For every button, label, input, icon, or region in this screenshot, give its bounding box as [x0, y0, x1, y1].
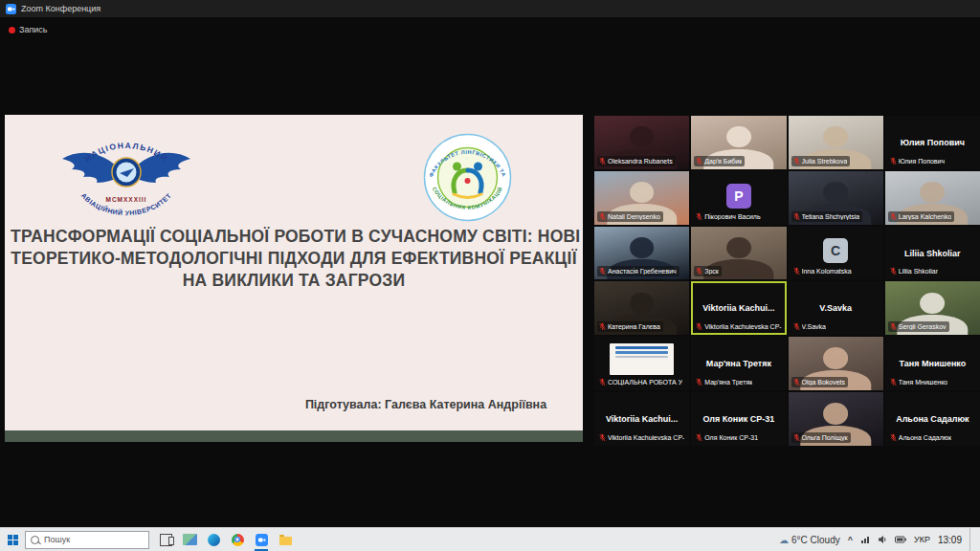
- participant-tile-18[interactable]: Мар'яна ТретякМар'яна Третяк: [691, 337, 786, 390]
- muted-mic-icon: [599, 157, 606, 165]
- shared-content-preview: [610, 343, 674, 375]
- participant-name-label: V.Savka: [802, 323, 826, 330]
- window-title: Zoom Конференция: [21, 4, 100, 13]
- muted-mic-icon: [599, 267, 606, 276]
- participant-name-label: Natali Denysenko: [608, 213, 660, 220]
- person-head-silhouette: [823, 347, 848, 368]
- slide-title-line-2: ТЕОРЕТИКО-МЕТОДОЛОГІЧНІ ПІДХОДИ ДЛЯ ЕФЕК…: [11, 248, 577, 270]
- participant-nameplate: Альона Садалюк: [888, 432, 954, 443]
- screen: Zoom Конференция Запись НАЦІОНАЛЬНИЙ АВІ…: [0, 0, 980, 551]
- participant-tile-10[interactable]: Зрск: [691, 227, 786, 280]
- participant-tile-14[interactable]: Viktoriia Kachui...Viktoriia Kachuievska…: [691, 281, 786, 335]
- participant-tile-2[interactable]: Дар'я Бибик: [691, 116, 786, 169]
- participant-tile-20[interactable]: Таня МнишенкоТаня Мнишенко: [885, 337, 980, 390]
- person-head-silhouette: [823, 403, 848, 424]
- muted-mic-icon: [890, 378, 897, 386]
- person-head-silhouette: [823, 126, 848, 147]
- person-head-silhouette: [630, 182, 655, 203]
- participant-tile-13[interactable]: Катерина Галєва: [594, 281, 689, 335]
- search-placeholder: Пошук: [44, 535, 70, 544]
- muted-mic-icon: [890, 433, 897, 442]
- chrome-button[interactable]: [230, 528, 245, 551]
- weather-widget[interactable]: ☁ 6°C Cloudy: [779, 535, 840, 545]
- participant-tile-24[interactable]: Альона СадалюкАльона Садалюк: [885, 392, 980, 446]
- zoom-taskbar-button[interactable]: [254, 528, 269, 551]
- participant-tile-9[interactable]: Анастасія Гребеневич: [594, 227, 689, 280]
- participant-tile-3[interactable]: Julia Strebkova: [789, 116, 883, 169]
- slide-footer-bar: [5, 430, 583, 442]
- participant-nameplate: Viktoriia Kachuievska СР-: [597, 432, 687, 443]
- muted-mic-icon: [793, 267, 800, 276]
- participant-tile-8[interactable]: Larysa Kalchenko: [885, 171, 980, 225]
- folder-icon: [279, 537, 292, 545]
- participant-name-label: Дар'я Бибик: [704, 158, 742, 165]
- participant-name-label: Julia Strebkova: [802, 158, 848, 165]
- muted-mic-icon: [599, 322, 606, 331]
- person-head-silhouette: [920, 182, 945, 203]
- participant-name-label: Inna Kolomatska: [802, 268, 852, 275]
- person-head-silhouette: [630, 237, 655, 258]
- participant-name-label: Таня Мнишенко: [899, 379, 947, 386]
- participant-nameplate: V.Savka: [791, 321, 829, 332]
- participant-name-label: СОЦІАЛЬНА РОБОТА У: [608, 379, 682, 386]
- participant-tile-11[interactable]: CInna Kolomatska: [789, 227, 883, 280]
- recording-indicator[interactable]: Запись: [9, 25, 48, 34]
- taskbar: Пошук ☁ 6°C Cloudy ^: [0, 527, 980, 551]
- participant-name-label: Зрск: [704, 268, 719, 275]
- participant-name-label: Катерина Галєва: [608, 323, 660, 330]
- show-desktop-button[interactable]: [969, 528, 974, 551]
- participant-nameplate: СОЦІАЛЬНА РОБОТА У: [597, 377, 685, 387]
- participant-nameplate: Liliia Shkoliar: [888, 266, 941, 276]
- participant-tile-21[interactable]: Viktoriia Kachui...Viktoriia Kachuievska…: [594, 392, 689, 446]
- language-switcher[interactable]: УКР: [914, 535, 930, 544]
- faculty-logo: ФАКУЛЬТЕТ ЛІНГВІСТИКИ ТА СОЦІАЛЬНИХ КОМУ…: [422, 132, 513, 223]
- participant-nameplate: Оля Коник СР-31: [694, 432, 761, 443]
- participant-name-label: Анастасія Гребеневич: [608, 268, 677, 275]
- participant-tile-1[interactable]: Oleksandra Rubanets: [594, 116, 689, 169]
- participant-tile-22[interactable]: Оля Коник СР-31Оля Коник СР-31: [691, 392, 786, 446]
- person-head-silhouette: [726, 237, 751, 258]
- speaker-icon[interactable]: [878, 535, 887, 544]
- prepared-by-text: Підготувала: Галєва Катерина Андріївна: [282, 398, 569, 411]
- muted-mic-icon: [696, 322, 702, 331]
- person-head-silhouette: [920, 293, 945, 314]
- participant-tile-7[interactable]: Tetiana Shchyrytsia: [789, 171, 883, 225]
- windows-logo-icon: [8, 535, 18, 545]
- taskbar-clock[interactable]: 13:09: [938, 535, 962, 545]
- participant-tile-12[interactable]: Liliia ShkoliarLiliia Shkoliar: [885, 227, 980, 280]
- participant-name-label: Sergii Geraskov: [899, 323, 947, 330]
- participant-name-label: Larysa Kalchenko: [899, 213, 952, 220]
- participant-avatar: P: [726, 184, 751, 209]
- participant-name-label: Ольга Поліщук: [802, 434, 848, 441]
- participant-tile-5[interactable]: Natali Denysenko: [594, 171, 689, 225]
- zoom-icon: [256, 534, 268, 546]
- taskbar-search[interactable]: Пошук: [25, 531, 149, 549]
- participant-name-label: Viktoriia Kachuievska СР-: [608, 434, 684, 441]
- person-head-silhouette: [630, 126, 655, 147]
- participant-tile-4[interactable]: Юлия ПоповичЮлия Попович: [885, 116, 980, 169]
- muted-mic-icon: [793, 433, 800, 442]
- participant-tile-16[interactable]: Sergii Geraskov: [885, 281, 980, 335]
- battery-icon[interactable]: [895, 536, 906, 543]
- participant-nameplate: Анастасія Гребеневич: [597, 266, 679, 276]
- muted-mic-icon: [793, 157, 800, 165]
- task-view-button[interactable]: [158, 528, 173, 551]
- person-head-silhouette: [630, 293, 655, 314]
- participant-tile-6[interactable]: PПікорович Василь: [691, 171, 786, 225]
- network-icon[interactable]: [860, 535, 870, 544]
- muted-mic-icon: [793, 212, 800, 221]
- explorer-button[interactable]: [278, 528, 293, 551]
- muted-mic-icon: [890, 212, 897, 221]
- participant-nameplate: Юлия Попович: [888, 156, 947, 166]
- participant-tile-17[interactable]: СОЦІАЛЬНА РОБОТА У: [594, 337, 689, 390]
- participant-tile-23[interactable]: Ольга Поліщук: [789, 392, 883, 446]
- tray-overflow-caret[interactable]: ^: [848, 535, 853, 544]
- participant-name-label: Liliia Shkoliar: [899, 268, 938, 275]
- participant-tile-15[interactable]: V.SavkaV.Savka: [789, 281, 883, 335]
- slide-title: ТРАНСФОРМАЦІЇ СОЦІАЛЬНОЇ РОБОТИ В СУЧАСН…: [11, 226, 577, 292]
- start-button[interactable]: [0, 528, 25, 551]
- edge-button[interactable]: [206, 528, 221, 551]
- muted-mic-icon: [793, 378, 800, 386]
- news-widget-button[interactable]: [182, 528, 197, 551]
- participant-tile-19[interactable]: Olga Bokovets: [789, 337, 883, 390]
